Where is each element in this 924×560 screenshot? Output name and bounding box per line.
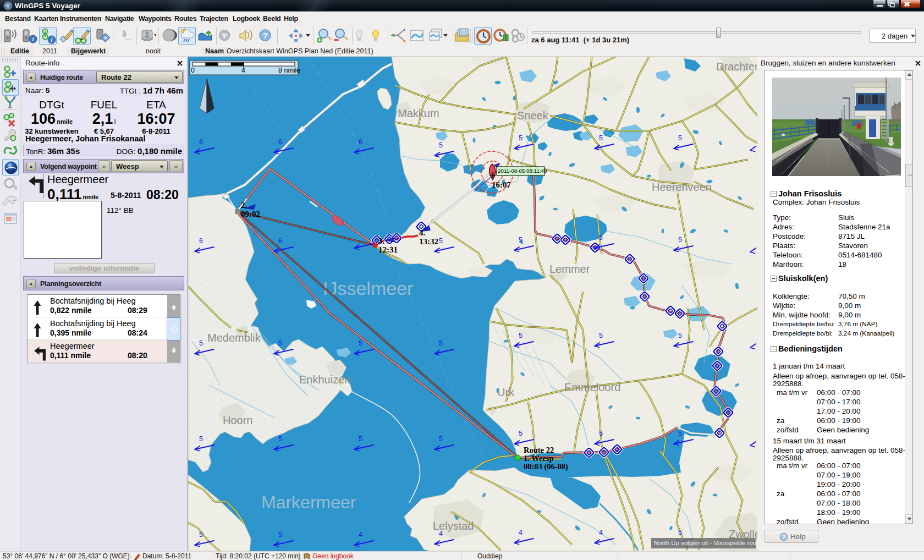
- svg-text:Sneek: Sneek: [517, 109, 549, 122]
- svg-text:i: i: [51, 37, 53, 43]
- svg-text:5: 5: [278, 435, 282, 443]
- svg-text:Markermeer: Markermeer: [261, 492, 356, 512]
- svg-text:5: 5: [199, 531, 203, 539]
- svg-text:5: 5: [439, 141, 443, 149]
- svg-text:6: 6: [278, 237, 282, 245]
- svg-text:4: 4: [599, 529, 603, 536]
- svg-text:5: 5: [278, 339, 282, 347]
- svg-text:5: 5: [678, 134, 682, 142]
- svg-text:16:07: 16:07: [492, 180, 511, 189]
- svg-text:?: ?: [782, 534, 786, 540]
- svg-text:5: 5: [519, 430, 522, 437]
- svg-text:4: 4: [359, 531, 362, 539]
- svg-text:13:32: 13:32: [419, 237, 438, 246]
- svg-text:Route 22: Route 22: [524, 446, 554, 454]
- svg-text:5: 5: [439, 237, 443, 245]
- svg-text:5: 5: [599, 234, 603, 241]
- svg-text:09:02: 09:02: [241, 210, 260, 218]
- svg-text:6: 6: [199, 138, 203, 146]
- svg-text:5: 5: [678, 236, 682, 244]
- svg-text:6: 6: [199, 237, 203, 245]
- svg-text:5: 5: [599, 332, 603, 339]
- svg-text:5: 5: [278, 531, 282, 539]
- svg-text:5: 5: [439, 435, 443, 443]
- svg-text:5: 5: [439, 339, 443, 347]
- svg-text:Makkum: Makkum: [398, 107, 439, 119]
- svg-text:?: ?: [262, 31, 267, 40]
- svg-text:2011-08-05 08:11:49: 2011-08-05 08:11:49: [498, 168, 547, 174]
- svg-text:Drachten: Drachten: [716, 61, 757, 73]
- svg-text:3.: 3.: [378, 237, 385, 245]
- svg-text:5: 5: [599, 134, 603, 142]
- svg-text:Hoorn: Hoorn: [223, 414, 252, 426]
- svg-text:8 nmile: 8 nmile: [278, 67, 300, 74]
- svg-text:4: 4: [519, 529, 522, 536]
- svg-text:5: 5: [678, 529, 682, 536]
- svg-text:Urk: Urk: [497, 386, 515, 398]
- svg-text:6: 6: [278, 138, 282, 146]
- svg-text:6: 6: [359, 138, 362, 146]
- svg-text:4.: 4.: [419, 228, 426, 237]
- svg-text:2.: 2.: [241, 201, 248, 210]
- svg-text:Heerenveen: Heerenveen: [652, 181, 712, 193]
- svg-text:5: 5: [199, 339, 203, 347]
- svg-text:0: 0: [191, 67, 195, 74]
- svg-text:00:03 (06-08): 00:03 (06-08): [524, 462, 568, 471]
- svg-text:IJsselmeer: IJsselmeer: [323, 278, 413, 299]
- svg-text:4: 4: [439, 530, 443, 537]
- svg-text:Medemblik: Medemblik: [207, 332, 261, 344]
- svg-text:i: i: [32, 36, 34, 42]
- svg-text:1. Weesp: 1. Weesp: [524, 454, 554, 463]
- svg-text:5: 5: [359, 435, 362, 443]
- svg-text:North Up volgen uit - Voorspel: North Up volgen uit - Voorspelde routepo…: [654, 540, 757, 546]
- svg-text:Enkhuizen: Enkhuizen: [299, 374, 350, 386]
- svg-text:5: 5: [678, 430, 682, 437]
- svg-text:5: 5: [678, 332, 682, 339]
- svg-text:Emmeloord: Emmeloord: [564, 381, 620, 393]
- svg-text:5: 5: [359, 339, 362, 347]
- svg-text:12:31: 12:31: [378, 245, 398, 254]
- svg-text:Lemmer: Lemmer: [549, 263, 590, 275]
- svg-text:5: 5: [199, 435, 203, 443]
- svg-text:5: 5: [599, 430, 603, 437]
- svg-text:5: 5: [519, 332, 522, 339]
- svg-text:5: 5: [519, 236, 522, 244]
- svg-text:5: 5: [519, 134, 522, 142]
- svg-text:4: 4: [241, 67, 245, 74]
